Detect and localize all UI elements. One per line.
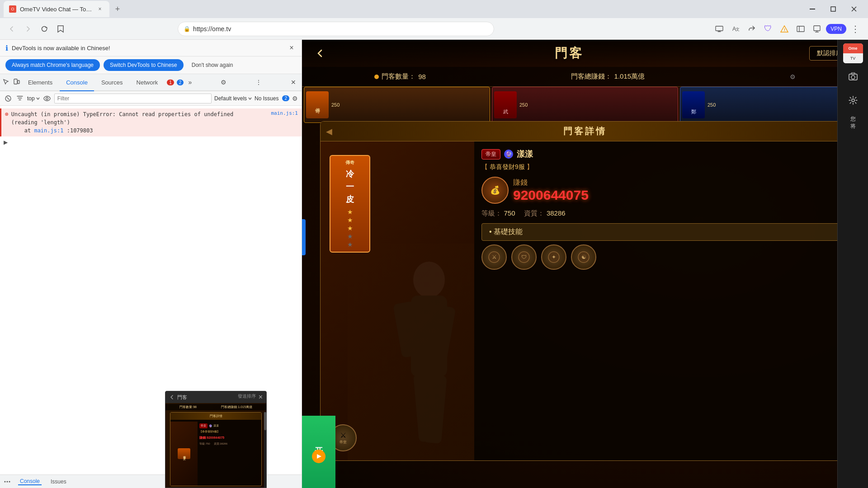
thumbnail-scrollbar (264, 412, 266, 488)
char-subtitle: 【 恭喜發財9服 】 (481, 163, 842, 171)
earnings-icon-circle: 💰 (481, 177, 509, 204)
back-button[interactable] (311, 44, 329, 62)
thumbnail-earnings: 賺錢:9200644075 (199, 436, 259, 440)
alert-icon[interactable]: ! (777, 22, 792, 36)
character-figure (348, 244, 474, 460)
back-button[interactable] (5, 23, 18, 35)
thumbnail-card: 傳奇冷一皮 (178, 448, 190, 459)
expand-button[interactable]: ▶ (0, 137, 302, 147)
vpn-button[interactable]: VPN (826, 24, 846, 34)
info-icon: ℹ (5, 44, 8, 52)
thumbnail-level: 等級:750 (199, 442, 210, 446)
bookmark-button[interactable] (54, 23, 67, 35)
char-portrait: 傳奇 冷 一 皮 ★ ★ ★ ★ (321, 141, 474, 460)
thumbnail-info: 帝皇 🔮 漾漾 【恭喜發財9服】 賺錢:9200644075 等級:750 資質… (198, 422, 261, 486)
toolbar-icons: A文 🛡 ! VPN ⋮ (712, 22, 863, 36)
screen-mirror-icon[interactable] (712, 22, 726, 36)
settings-icon[interactable] (843, 90, 863, 110)
shield-icon[interactable]: 🛡 (761, 22, 775, 36)
url-bar[interactable]: 🔒 https://ome.tv (178, 22, 494, 36)
log-levels-selector[interactable]: Default levels (214, 95, 252, 102)
forward-button[interactable] (22, 23, 34, 35)
maximize-button[interactable] (823, 0, 844, 18)
char-card-1[interactable]: 傳奇 250 (304, 87, 490, 123)
share-icon[interactable] (745, 22, 759, 36)
switch-chinese-button[interactable]: Switch DevTools to Chinese (104, 59, 184, 71)
error-location-link[interactable]: main.js:1 (34, 127, 63, 134)
svg-text:⚔: ⚔ (492, 254, 497, 260)
tab-console[interactable]: Console (60, 74, 94, 91)
thumbnail-settings: 發送排序 (238, 393, 256, 401)
new-tab-button[interactable]: + (111, 3, 124, 15)
bottom-tab-issues[interactable]: Issues (49, 479, 68, 485)
legendary-card: 傳奇 冷 一 皮 ★ ★ ★ ★ (330, 155, 370, 253)
device-icon[interactable] (12, 78, 21, 87)
more-options-icon[interactable]: ⋮ (252, 79, 265, 86)
notification-close-button[interactable]: × (287, 43, 296, 52)
level-stat: 等級： 750 (481, 209, 515, 218)
error-source[interactable]: main.js:1 (271, 110, 298, 116)
skills-icons-row: ⚔ 🛡 ✦ ☯ (481, 244, 842, 270)
thumbnail-stats: 門客數量:98 門客總賺錢:1.015萬億 (165, 404, 266, 410)
gear-settings-icon[interactable]: ⚙ (790, 73, 796, 80)
thumbnail-title: 門客 (177, 394, 187, 401)
profile-icon[interactable] (810, 22, 824, 36)
tab-elements[interactable]: Elements (22, 74, 59, 91)
tab-network[interactable]: Network (130, 74, 165, 91)
skill-circle-1[interactable]: ⚔ (481, 244, 507, 270)
thumbnail-panel: 門客詳情 傳奇冷一皮 帝皇 🔮 漾漾 【恭喜發財9服】 賺錢:920064407… (170, 412, 262, 486)
thumbnail-header: 門客 發送排序 × (165, 391, 266, 403)
menu-button[interactable]: ⋮ (848, 22, 863, 36)
reload-button[interactable] (38, 23, 51, 35)
settings-icon[interactable]: ⚙ (217, 79, 230, 86)
svg-point-37 (851, 75, 855, 79)
translate-icon[interactable]: A文 (728, 22, 743, 36)
bottom-tab-console[interactable]: Console (18, 478, 42, 485)
thumbnail-scroll-thumb (264, 412, 266, 430)
earnings-stat: 門客總賺錢： 1.015萬億 (571, 72, 645, 81)
match-language-button[interactable]: Always match Chrome's language (5, 59, 100, 71)
star-1: ★ (347, 208, 353, 216)
console-settings-icon[interactable]: ⚙ (292, 95, 298, 102)
scroll-indicator (302, 219, 306, 255)
detail-prev-button[interactable]: ◀ (326, 127, 332, 136)
minimize-button[interactable] (802, 0, 823, 18)
more-tabs-button[interactable]: » (184, 79, 195, 86)
card3-info: 250 (708, 102, 716, 108)
browser-content: 門客 默認排序 ▼ 門客數量： 98 門客總賺錢： 1.015萬億 ⚙ 傳 (302, 40, 868, 488)
close-button[interactable] (844, 0, 864, 18)
console-toolbar: top Default levels No Issues 2 ⚙ (0, 91, 302, 106)
skill-circle-2[interactable]: 🛡 (511, 244, 537, 270)
console-filter-icon[interactable] (15, 94, 24, 103)
skill-circle-3[interactable]: ✦ (541, 244, 566, 270)
svg-text:!: ! (784, 28, 785, 32)
notification-text: DevTools is now available in Chinese! (12, 45, 283, 52)
console-filter-input[interactable] (54, 94, 212, 103)
card2-icon: 武 (494, 91, 517, 118)
star-5: ★ (347, 241, 353, 248)
thumbnail-content: 門客數量:98 門客總賺錢:1.015萬億 門客詳情 傳奇冷一皮 帝皇 🔮 漾漾 (165, 403, 266, 488)
play-button[interactable] (312, 450, 326, 463)
clear-console-button[interactable] (4, 94, 13, 103)
eye-icon[interactable] (42, 94, 52, 103)
active-tab[interactable]: O OmeTV Video Chat — Top C... × (4, 1, 109, 17)
thumbnail-panel-header: 門客詳情 (170, 413, 261, 420)
tab-close-button[interactable]: × (96, 5, 104, 13)
ometv-logo[interactable]: Ome TV (843, 43, 863, 63)
char-card-2[interactable]: 武 250 (492, 87, 678, 123)
tab-sources[interactable]: Sources (95, 74, 129, 91)
right-sidebar: Ome TV 您将 (837, 40, 868, 488)
devtools-close-button[interactable]: ✕ (287, 79, 300, 86)
svg-rect-13 (14, 79, 17, 84)
dont-show-button[interactable]: Don't show again (187, 59, 238, 71)
skill-circle-4[interactable]: ☯ (571, 244, 596, 270)
green-cta-area[interactable]: 开始 (302, 416, 335, 488)
screenshot-icon[interactable] (843, 67, 863, 87)
context-selector[interactable]: top (27, 95, 40, 102)
devtools-tabs: Elements Console Sources Network 1 2 » ⚙… (0, 74, 302, 91)
sidebar-icon[interactable] (793, 22, 808, 36)
bottom-more-icon[interactable] (4, 478, 11, 485)
thumbnail-close-button[interactable]: × (259, 393, 263, 401)
inspect-icon[interactable] (2, 78, 11, 87)
char-rank-label: 帝皇 (481, 149, 500, 160)
